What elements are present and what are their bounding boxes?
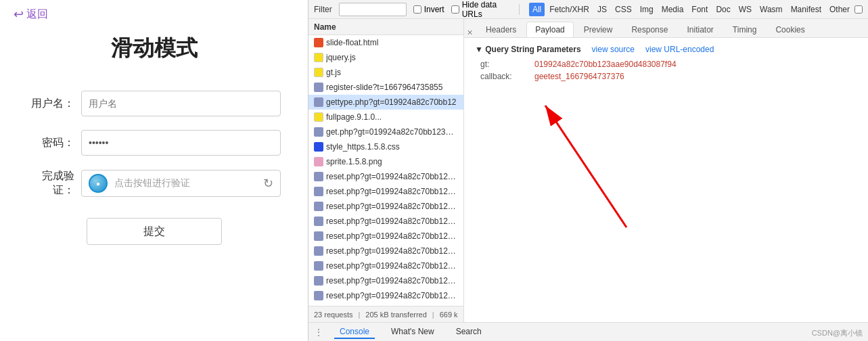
tab-img[interactable]: Img (637, 3, 657, 16)
hide-data-urls-label: Hide data URLs (462, 0, 509, 19)
tab-wasm[interactable]: Wasm (756, 3, 786, 16)
filter-input[interactable] (339, 3, 407, 16)
file-name: gt.js (326, 68, 341, 77)
file-list-item[interactable]: reset.php?gt=019924a82c70bb123aa (309, 169, 463, 184)
devtools-toolbar: Filter Invert Hide data URLs All Fetch/X… (309, 0, 868, 19)
file-name: gettype.php?gt=019924a82c70bb12 (326, 97, 457, 107)
file-type-icon (314, 112, 323, 122)
captcha-circle-icon: ● (89, 174, 108, 193)
invert-checkbox[interactable] (413, 5, 421, 14)
tab-cookies[interactable]: Cookies (767, 22, 813, 37)
file-list-item[interactable]: reset.php?gt=019924a82c70bb123aa (309, 258, 463, 273)
annotation-arrow (491, 58, 694, 248)
file-list-item[interactable]: slide-float.html (309, 35, 463, 50)
file-name: style_https.1.5.8.css (326, 142, 400, 152)
file-list-item[interactable]: gettype.php?gt=019924a82c70bb12 (309, 95, 463, 110)
file-type-icon (314, 68, 323, 77)
file-type-icon (314, 97, 323, 107)
file-type-icon (314, 172, 323, 181)
tab-manifest[interactable]: Manifest (787, 3, 825, 16)
file-list-item[interactable]: reset.php?gt=019924a82c70bb123aa (309, 229, 463, 244)
password-input[interactable] (81, 130, 281, 156)
bottom-tab-search[interactable]: Search (451, 325, 487, 339)
watermark: CSDN@离小镜 (812, 328, 863, 338)
tab-payload[interactable]: Payload (526, 22, 573, 37)
file-list-item[interactable]: sprite.1.5.8.png (309, 154, 463, 169)
file-list-item[interactable]: reset.php?gt=019924a82c70bb123aa (309, 199, 463, 214)
file-list-footer: 23 requests | 205 kB transferred | 669 k (309, 306, 463, 322)
tab-media[interactable]: Media (658, 3, 687, 16)
file-type-icon (314, 127, 323, 137)
file-list-item[interactable]: reset.php?gt=019924a82c70bb123aa (309, 244, 463, 258)
tab-doc[interactable]: Doc (712, 3, 733, 16)
bottom-tab-console[interactable]: Console (334, 325, 375, 339)
captcha-label: 完成验证： (27, 169, 74, 198)
toolbar-tabs: All Fetch/XHR JS CSS Img Media Font Doc … (529, 3, 863, 16)
back-link-label: 返回 (26, 7, 48, 22)
file-list-item[interactable]: style_https.1.5.8.css (309, 139, 463, 154)
file-list-item[interactable]: reset.php?gt=019924a82c70bb123aa ▼ (309, 288, 463, 303)
submit-button[interactable]: 提交 (87, 218, 222, 245)
file-name: reset.php?gt=019924a82c70bb123aa (326, 187, 458, 196)
file-name: register-slide?t=1667964735855 (326, 83, 442, 92)
detail-tabs: ✕ Headers Payload Preview Response Initi… (464, 19, 868, 38)
file-list-item[interactable]: gt.js (309, 65, 463, 80)
detail-pane: ✕ Headers Payload Preview Response Initi… (464, 19, 868, 322)
file-list-scroll[interactable]: slide-float.htmljquery.jsgt.jsregister-s… (309, 35, 463, 306)
view-url-encoded-link[interactable]: view URL-encoded (645, 45, 714, 54)
tab-initiator[interactable]: Initiator (678, 22, 722, 37)
tab-js[interactable]: JS (594, 3, 610, 16)
captcha-refresh-icon[interactable]: ↻ (263, 176, 273, 191)
param-key-callback: callback: (480, 72, 534, 81)
file-list-item[interactable]: jquery.js (309, 50, 463, 65)
file-list-item[interactable]: get.php?gt=019924a82c70bb123aae (309, 124, 463, 139)
left-panel: ↩ 返回 滑动模式 用户名： 密码： 完成验证： ● 点击按钮进行验证 ↻ 提交 (0, 0, 308, 341)
file-type-icon (314, 53, 323, 62)
tab-fetch-xhr[interactable]: Fetch/XHR (546, 3, 593, 16)
file-type-icon (314, 187, 323, 196)
file-list-item[interactable]: register-slide?t=1667964735855 (309, 80, 463, 95)
tab-other[interactable]: Other (826, 3, 853, 16)
file-list-item[interactable]: reset.php?gt=019924a82c70bb123aa (309, 184, 463, 199)
tab-preview[interactable]: Preview (575, 22, 622, 37)
file-list-item[interactable]: reset.php?gt=019924a82c70bb123aa (309, 214, 463, 229)
username-input[interactable] (81, 91, 281, 116)
view-source-link[interactable]: view source (592, 45, 635, 54)
file-name: jquery.js (326, 53, 356, 62)
back-link[interactable]: ↩ 返回 (14, 7, 48, 22)
file-type-icon (314, 276, 323, 286)
tab-headers[interactable]: Headers (477, 22, 525, 37)
hide-data-urls-checkbox[interactable] (451, 5, 459, 14)
file-list-item[interactable]: reset.php?gt=019924a82c70bb123aa (309, 273, 463, 288)
file-type-icon (314, 202, 323, 211)
param-value-gt: 019924a82c70bb123aae90d483087f94 (534, 60, 677, 69)
file-list-item[interactable]: fullpage.9.1.0... (309, 110, 463, 124)
file-name: reset.php?gt=019924a82c70bb123aa (326, 231, 458, 241)
file-name: reset.php?gt=019924a82c70bb123aa ▼ (326, 291, 458, 300)
file-name: reset.php?gt=019924a82c70bb123aa (326, 276, 458, 286)
close-tab-icon[interactable]: ✕ (467, 28, 473, 37)
captcha-placeholder: 点击按钮进行验证 (114, 177, 256, 189)
file-list-header: Name (309, 19, 463, 35)
tab-css[interactable]: CSS (612, 3, 635, 16)
captcha-row: 完成验证： ● 点击按钮进行验证 ↻ (27, 169, 281, 198)
file-name: reset.php?gt=019924a82c70bb123aa (326, 172, 458, 181)
param-row-callback: callback: geetest_1667964737376 (475, 72, 857, 81)
captcha-widget[interactable]: ● 点击按钮进行验证 ↻ (81, 170, 281, 197)
param-row-gt: gt: 019924a82c70bb123aae90d483087f94 (475, 60, 857, 69)
file-name: slide-float.html (326, 38, 378, 47)
file-type-icon (314, 217, 323, 226)
file-type-icon (314, 261, 323, 271)
tab-all[interactable]: All (529, 3, 545, 16)
tab-font[interactable]: Font (688, 3, 711, 16)
bottom-tab-whats-new[interactable]: What's New (386, 325, 440, 339)
bottom-dots-icon[interactable]: ⋮ (314, 327, 323, 338)
other-checkbox[interactable] (854, 5, 863, 14)
file-name: reset.php?gt=019924a82c70bb123aa (326, 246, 458, 256)
back-arrow-icon: ↩ (14, 7, 24, 22)
tab-timing[interactable]: Timing (724, 22, 766, 37)
tab-ws[interactable]: WS (735, 3, 755, 16)
param-key-gt: gt: (480, 60, 534, 69)
file-list-pane: Name slide-float.htmljquery.jsgt.jsregis… (309, 19, 464, 322)
tab-response[interactable]: Response (622, 22, 677, 37)
